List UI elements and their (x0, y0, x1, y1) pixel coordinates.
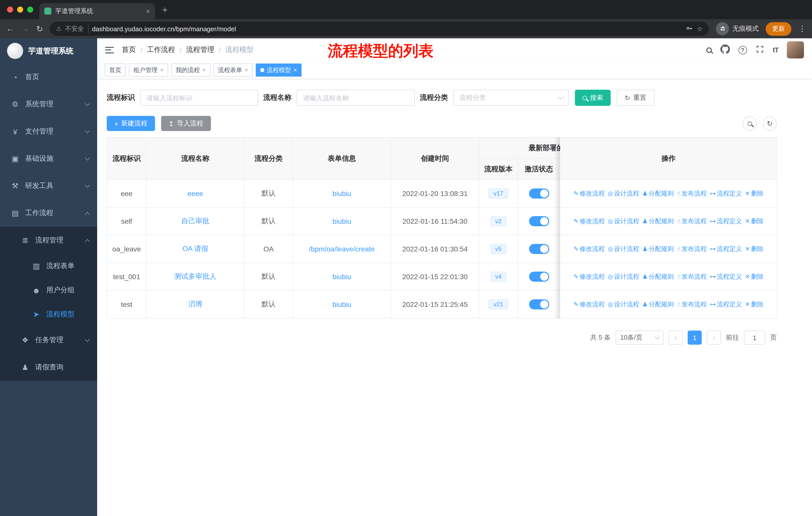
collapse-sidebar-icon[interactable] (105, 47, 114, 53)
search-button[interactable]: 搜索 (575, 90, 611, 106)
process-definition-link[interactable]: 流程定义 (710, 300, 742, 309)
fullscreen-icon[interactable] (756, 45, 764, 55)
goto-page-input[interactable] (744, 331, 765, 345)
password-key-icon[interactable] (686, 24, 693, 33)
sidebar-item-process-model[interactable]: 流程模型 (0, 302, 97, 327)
user-avatar[interactable] (787, 41, 804, 58)
help-icon[interactable]: ? (738, 46, 747, 54)
design-process-link[interactable]: 设计流程 (608, 217, 639, 225)
sidebar-item-infrastructure[interactable]: 基础设施 (0, 145, 97, 172)
close-icon[interactable]: × (245, 66, 248, 74)
sidebar-item-home[interactable]: 首页 (0, 63, 97, 91)
page-number-1[interactable]: 1 (688, 331, 702, 345)
process-name-input[interactable] (296, 90, 415, 106)
design-process-link[interactable]: 设计流程 (608, 245, 639, 253)
url-text[interactable]: dashboard.yudao.iocoder.cn/bpm/manager/m… (92, 25, 682, 32)
form-info-link[interactable]: biubiu (332, 273, 351, 281)
design-process-link[interactable]: 设计流程 (608, 272, 639, 281)
delete-process-link[interactable]: 删除 (745, 189, 764, 198)
active-toggle[interactable] (529, 216, 549, 226)
publish-process-link[interactable]: 发布流程 (677, 189, 707, 198)
search-icon[interactable] (706, 47, 712, 53)
browser-update-button[interactable]: 更新 (766, 22, 791, 35)
sidebar-item-workflow[interactable]: 工作流程 (0, 199, 97, 227)
process-name-link[interactable]: 自己审批 (181, 217, 209, 225)
delete-process-link[interactable]: 删除 (745, 245, 764, 253)
edit-process-link[interactable]: 修改流程 (573, 245, 605, 253)
design-process-link[interactable]: 设计流程 (608, 300, 639, 309)
process-name-link[interactable]: 滔博 (188, 300, 202, 308)
close-icon[interactable]: × (293, 66, 297, 74)
active-toggle[interactable] (529, 299, 549, 309)
process-name-link[interactable]: OA 请假 (182, 244, 208, 252)
tab-close-icon[interactable]: × (146, 7, 150, 15)
active-toggle[interactable] (529, 188, 549, 198)
close-window-icon[interactable] (7, 6, 13, 12)
publish-process-link[interactable]: 发布流程 (677, 272, 707, 281)
tag-tenant-mgmt[interactable]: 租户管理 × (129, 63, 168, 77)
create-process-button[interactable]: + 新建流程 (107, 116, 155, 131)
tag-home[interactable]: 首页 (105, 63, 126, 77)
delete-process-link[interactable]: 删除 (745, 300, 764, 309)
close-icon[interactable]: × (160, 66, 164, 74)
delete-process-link[interactable]: 删除 (745, 272, 764, 281)
font-size-icon[interactable]: tT (773, 46, 778, 54)
active-toggle[interactable] (529, 272, 549, 282)
assign-rule-link[interactable]: 分配规则 (642, 189, 674, 198)
browser-menu-icon[interactable]: ⋮ (799, 24, 806, 33)
edit-process-link[interactable]: 修改流程 (573, 189, 605, 198)
next-page-button[interactable]: › (707, 331, 721, 345)
tag-process-form[interactable]: 流程表单 × (213, 63, 253, 77)
form-info-link[interactable]: biubiu (332, 300, 351, 308)
github-icon[interactable] (720, 44, 730, 56)
sidebar-item-process-mgmt[interactable]: 流程管理 (0, 227, 97, 254)
active-toggle[interactable] (529, 244, 549, 254)
sidebar-item-user-group[interactable]: 用户分组 (0, 278, 97, 302)
minimize-window-icon[interactable] (17, 6, 23, 12)
sidebar-item-system[interactable]: 系统管理 (0, 91, 97, 118)
edit-process-link[interactable]: 修改流程 (573, 272, 605, 281)
process-definition-link[interactable]: 流程定义 (710, 272, 742, 281)
bookmark-star-icon[interactable]: ☆ (697, 25, 703, 32)
process-definition-link[interactable]: 流程定义 (710, 217, 742, 225)
breadcrumb-workflow[interactable]: 工作流程 (147, 45, 175, 54)
breadcrumb-home[interactable]: 首页 (122, 45, 136, 54)
sidebar-item-devtools[interactable]: 研发工具 (0, 172, 97, 199)
window-controls[interactable] (7, 6, 33, 12)
sidebar-item-process-form[interactable]: 流程表单 (0, 254, 97, 278)
new-tab-button[interactable]: + (162, 5, 168, 15)
maximize-window-icon[interactable] (27, 6, 33, 12)
publish-process-link[interactable]: 发布流程 (677, 217, 707, 225)
sidebar-item-task-mgmt[interactable]: 任务管理 (0, 327, 97, 354)
reset-button[interactable]: ↻ 重置 (617, 90, 655, 106)
process-key-input[interactable] (140, 90, 258, 106)
close-icon[interactable]: × (202, 66, 206, 74)
tag-process-model[interactable]: 流程模型 × (256, 63, 301, 77)
breadcrumb-process-mgmt[interactable]: 流程管理 (186, 45, 214, 54)
design-process-link[interactable]: 设计流程 (608, 189, 639, 198)
assign-rule-link[interactable]: 分配规则 (642, 272, 674, 281)
edit-process-link[interactable]: 修改流程 (573, 300, 605, 309)
sidebar-item-leave-query[interactable]: 请假查询 (0, 354, 97, 381)
assign-rule-link[interactable]: 分配规则 (642, 217, 674, 225)
assign-rule-link[interactable]: 分配规则 (642, 300, 674, 309)
address-bar[interactable]: ⚠ 不安全 dashboard.yudao.iocoder.cn/bpm/man… (50, 22, 709, 36)
browser-tab[interactable]: 芋道管理系统 × (39, 3, 155, 19)
delete-process-link[interactable]: 删除 (745, 217, 764, 225)
process-name-link[interactable]: 测试多审批人 (174, 272, 216, 280)
process-definition-link[interactable]: 流程定义 (710, 189, 742, 198)
assign-rule-link[interactable]: 分配规则 (642, 245, 674, 253)
category-select[interactable]: 流程分类 (453, 90, 569, 106)
form-info-link[interactable]: /bpm/oa/leave/create (309, 245, 375, 253)
prev-page-button[interactable]: ‹ (669, 331, 683, 345)
import-process-button[interactable]: ↥ 导入流程 (161, 116, 211, 131)
tag-my-process[interactable]: 我的流程 × (171, 63, 210, 77)
toggle-search-button[interactable] (743, 116, 757, 131)
forward-icon[interactable]: → (21, 24, 29, 33)
sidebar-item-payment[interactable]: 支付管理 (0, 118, 97, 145)
reload-icon[interactable]: ↻ (36, 24, 43, 33)
security-label[interactable]: 不安全 (65, 24, 88, 33)
publish-process-link[interactable]: 发布流程 (677, 245, 707, 253)
form-info-link[interactable]: biubiu (332, 189, 351, 197)
page-size-select[interactable]: 10条/页 (616, 331, 664, 345)
